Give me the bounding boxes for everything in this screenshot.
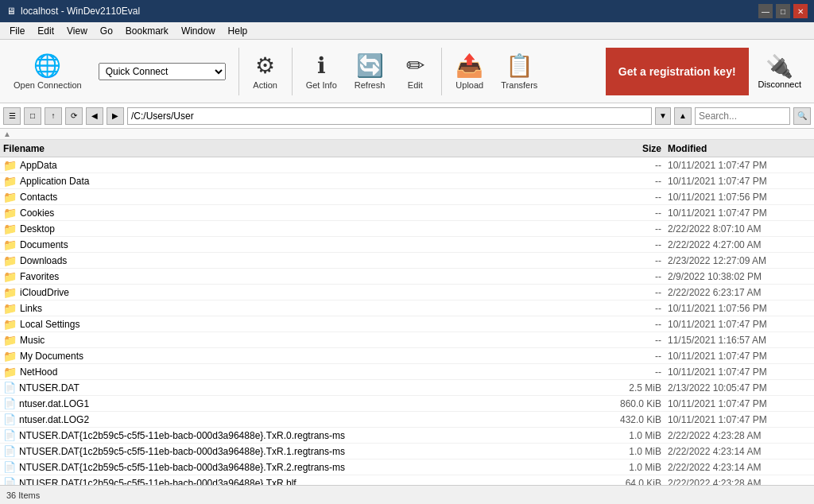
list-item[interactable]: 📄 NTUSER.DAT{1c2b59c5-c5f5-11eb-bacb-000…: [0, 444, 814, 459]
close-button[interactable]: ✕: [793, 4, 808, 18]
menu-help[interactable]: Help: [222, 24, 254, 38]
folder-icon: 📁: [3, 159, 17, 172]
minimize-button[interactable]: —: [758, 4, 773, 18]
list-item[interactable]: 📁 Desktop -- 2/22/2022 8:07:10 AM: [0, 221, 814, 237]
list-item[interactable]: 📁 Cookies -- 10/11/2021 1:07:47 PM: [0, 205, 814, 221]
toolbar-separator-3: [441, 48, 442, 95]
file-size: 2.5 MiB: [588, 382, 668, 394]
path-sort-asc-button[interactable]: ▲: [674, 107, 692, 125]
file-name: 📄 NTUSER.DAT{1c2b59c5-c5f5-11eb-bacb-000…: [3, 477, 588, 485]
file-modified: 10/11/2021 1:07:47 PM: [668, 351, 811, 362]
list-item[interactable]: 📁 Favorites -- 2/9/2022 10:38:02 PM: [0, 269, 814, 285]
folder-icon: 📁: [3, 350, 17, 362]
file-name: 📄 NTUSER.DAT{1c2b59c5-c5f5-11eb-bacb-000…: [3, 445, 588, 457]
file-name: 📁 Application Data: [3, 175, 588, 188]
list-item[interactable]: 📁 My Documents -- 10/11/2021 1:07:47 PM: [0, 348, 814, 364]
file-size: --: [588, 239, 668, 250]
menu-bookmark[interactable]: Bookmark: [119, 24, 175, 38]
file-size: --: [588, 207, 668, 219]
header-size[interactable]: Size: [588, 143, 668, 154]
list-item[interactable]: 📁 NetHood -- 10/11/2021 1:07:47 PM: [0, 364, 814, 380]
search-input[interactable]: [695, 107, 790, 125]
file-icon: 📄: [3, 397, 16, 409]
filelist-header: Filename Size Modified: [0, 140, 814, 157]
folder-icon: 📁: [3, 334, 17, 347]
list-item[interactable]: 📄 ntuser.dat.LOG2 432.0 KiB 10/11/2021 1…: [0, 412, 814, 428]
file-size: --: [588, 192, 668, 203]
list-item[interactable]: 📄 ntuser.dat.LOG1 860.0 KiB 10/11/2021 1…: [0, 396, 814, 412]
list-item[interactable]: 📁 Downloads -- 2/23/2022 12:27:09 AM: [0, 253, 814, 269]
list-item[interactable]: 📁 Contacts -- 10/11/2021 1:07:56 PM: [0, 189, 814, 205]
file-name: 📁 Contacts: [3, 191, 588, 204]
file-name: 📁 My Documents: [3, 350, 588, 362]
list-item[interactable]: 📁 Local Settings -- 10/11/2021 1:07:47 P…: [0, 316, 814, 332]
path-input[interactable]: [127, 107, 652, 125]
file-name: 📁 AppData: [3, 159, 588, 172]
file-icon: 📄: [3, 382, 16, 394]
list-item[interactable]: 📄 NTUSER.DAT{1c2b59c5-c5f5-11eb-bacb-000…: [0, 428, 814, 444]
file-name: 📁 Local Settings: [3, 318, 588, 331]
path-nav-prev-button[interactable]: ◀: [86, 107, 103, 125]
file-name: 📄 NTUSER.DAT{1c2b59c5-c5f5-11eb-bacb-000…: [3, 429, 588, 441]
file-name: 📁 Music: [3, 334, 588, 347]
path-dropdown-button[interactable]: ▼: [655, 107, 671, 125]
open-connection-button[interactable]: 🌐 Open Connection: [6, 44, 89, 99]
list-item[interactable]: 📁 Application Data -- 10/11/2021 1:07:47…: [0, 173, 814, 189]
maximize-button[interactable]: □: [776, 4, 790, 18]
file-size: 1.0 MiB: [588, 462, 668, 473]
edit-button[interactable]: ✏ Edit: [395, 44, 435, 99]
file-modified: 2/23/2022 12:27:09 AM: [668, 255, 811, 266]
list-item[interactable]: 📁 Music -- 11/15/2021 1:16:57 AM: [0, 332, 814, 348]
file-size: --: [588, 255, 668, 266]
path-nav-reload-button[interactable]: ⟳: [65, 107, 83, 125]
list-item[interactable]: 📁 iCloudDrive -- 2/22/2022 6:23:17 AM: [0, 285, 814, 300]
action-button[interactable]: ⚙ Action: [246, 44, 285, 99]
list-item[interactable]: 📄 NTUSER.DAT 2.5 MiB 2/13/2022 10:05:47 …: [0, 380, 814, 396]
path-nav-next-button[interactable]: ▶: [107, 107, 124, 125]
file-name: 📁 Desktop: [3, 223, 588, 235]
path-nav-tree-button[interactable]: ☰: [3, 107, 21, 125]
list-item[interactable]: 📁 AppData -- 10/11/2021 1:07:47 PM: [0, 157, 814, 173]
path-nav-back-button[interactable]: ↑: [45, 107, 62, 125]
file-name: 📁 Cookies: [3, 207, 588, 219]
menu-window[interactable]: Window: [175, 24, 222, 38]
file-size: --: [588, 271, 668, 282]
file-modified: 10/11/2021 1:07:47 PM: [668, 319, 811, 330]
registration-banner[interactable]: Get a registration key!: [606, 48, 749, 95]
get-info-button[interactable]: ℹ Get Info: [299, 44, 344, 99]
statusbar: 36 Items: [0, 485, 814, 504]
list-item[interactable]: 📄 NTUSER.DAT{1c2b59c5-c5f5-11eb-bacb-000…: [0, 459, 814, 475]
header-filename[interactable]: Filename: [3, 143, 588, 154]
file-modified: 10/11/2021 1:07:47 PM: [668, 414, 811, 425]
file-name: 📄 ntuser.dat.LOG1: [3, 397, 588, 409]
list-item[interactable]: 📁 Links -- 10/11/2021 1:07:56 PM: [0, 300, 814, 316]
file-size: --: [588, 335, 668, 346]
upload-button[interactable]: 📤 Upload: [448, 44, 490, 99]
upload-icon: 📤: [455, 52, 483, 79]
menu-file[interactable]: File: [3, 24, 31, 38]
file-modified: 10/11/2021 1:07:56 PM: [668, 303, 811, 314]
file-size: --: [588, 319, 668, 330]
menubar: File Edit View Go Bookmark Window Help: [0, 22, 814, 40]
path-nav-list-button[interactable]: □: [24, 107, 41, 125]
file-modified: 2/22/2022 4:23:28 AM: [668, 478, 811, 486]
disconnect-button[interactable]: 🔌 Disconnect: [752, 44, 808, 99]
list-item[interactable]: 📁 Documents -- 2/22/2022 4:27:00 AM: [0, 237, 814, 253]
file-size: --: [588, 176, 668, 187]
toolbar-separator-1: [238, 48, 239, 95]
folder-icon: 📁: [3, 302, 17, 315]
list-item[interactable]: 📄 NTUSER.DAT{1c2b59c5-c5f5-11eb-bacb-000…: [0, 475, 814, 485]
transfers-button[interactable]: 📋 Transfers: [494, 44, 545, 99]
header-modified[interactable]: Modified: [668, 143, 811, 154]
pathbar: ☰ □ ↑ ⟳ ◀ ▶ ▼ ▲ 🔍: [0, 103, 814, 129]
menu-go[interactable]: Go: [94, 24, 119, 38]
folder-icon: 📁: [3, 254, 17, 267]
file-name: 📄 NTUSER.DAT{1c2b59c5-c5f5-11eb-bacb-000…: [3, 461, 588, 473]
search-button[interactable]: 🔍: [793, 107, 811, 125]
menu-edit[interactable]: Edit: [31, 24, 60, 38]
refresh-button[interactable]: 🔄 Refresh: [347, 44, 393, 99]
folder-icon: 📁: [3, 286, 17, 299]
quick-connect-select[interactable]: Quick Connect: [99, 63, 226, 80]
titlebar: 🖥 localhost - WinDev2110Eval — □ ✕: [0, 0, 814, 22]
menu-view[interactable]: View: [60, 24, 94, 38]
